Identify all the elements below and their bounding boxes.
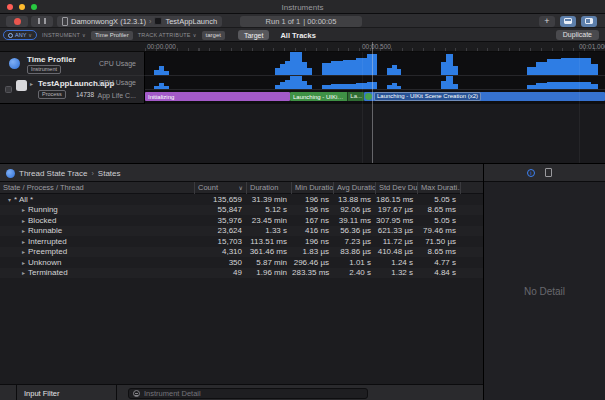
row-value: 186.15 ms — [376, 195, 418, 204]
row-value: 71.50 µs — [418, 237, 461, 246]
row-value: 5.87 min — [247, 258, 292, 267]
table-row[interactable]: ▸Blocked35,97623.45 min167 ns39.11 ms307… — [0, 215, 483, 226]
run-label: Run 1 of 1 — [266, 17, 301, 26]
splitter-handle[interactable] — [361, 168, 362, 169]
row-value: 92.06 µs — [334, 205, 376, 214]
cpu-bar — [322, 63, 331, 75]
all-tracks-label: All Tracks — [280, 31, 315, 40]
row-value: 23.45 min — [247, 216, 292, 225]
disclosure-closed-icon[interactable]: ▸ — [22, 217, 25, 224]
cpu-bar — [397, 69, 401, 75]
row-value: 8.65 ms — [418, 205, 461, 214]
run-time: | 00:00:05 — [303, 17, 336, 26]
column-header-max-duration[interactable]: Max Durati... — [418, 182, 461, 194]
info-inspector-icon[interactable]: i — [527, 169, 535, 177]
pause-button[interactable] — [31, 16, 53, 27]
cpu-bar — [453, 66, 458, 75]
lifecycle-span[interactable]: Initializing — [145, 92, 290, 101]
duplicate-button[interactable]: Duplicate — [556, 30, 599, 40]
cpu-bar — [164, 86, 169, 89]
table-row[interactable]: ▾* All *135,65931.39 min196 ns13.88 ms18… — [0, 194, 483, 205]
row-value: 8.65 ms — [418, 247, 461, 256]
table-row[interactable]: ▸Unknown3505.87 min296.46 µs1.01 s1.24 s… — [0, 257, 483, 268]
lane-life-cycle[interactable]: InitializingLaunching - UIKit Initial...… — [145, 90, 605, 104]
breadcrumb-current[interactable]: States — [98, 169, 121, 178]
column-header-count[interactable]: Count∨ — [195, 182, 247, 194]
disclosure-closed-icon[interactable]: ▸ — [22, 206, 25, 213]
gridline — [362, 52, 363, 163]
toggle-detail-pane-button[interactable] — [560, 16, 576, 27]
lifecycle-span-label: Initializing — [145, 94, 290, 100]
track-attribute-filter-dropdown[interactable]: TRACK ATTRIBUTE ∨ — [138, 32, 197, 38]
table-row[interactable]: ▸Running55,8475.12 s196 ns92.06 µs197.67… — [0, 205, 483, 216]
disclosure-closed-icon[interactable]: ▸ — [22, 259, 25, 266]
disclosure-closed-icon[interactable]: ▸ — [22, 238, 25, 245]
row-name: Runnable — [28, 226, 62, 235]
cpu-bar — [446, 54, 453, 75]
row-name-cell: ▸Preempted — [0, 247, 195, 256]
column-header-min-duration[interactable]: Min Duration — [292, 182, 334, 194]
lifecycle-span-label: Launching - UIKit Initial... — [290, 94, 347, 100]
pause-icon — [38, 18, 46, 24]
toggle-inspector-pane-button[interactable] — [581, 16, 597, 27]
lane-cpu-1[interactable] — [145, 52, 605, 76]
breadcrumb-root[interactable]: Thread State Trace — [19, 169, 87, 178]
inspector-tabs: i — [527, 168, 552, 177]
table-row[interactable]: ▸Terminated491.96 min283.35 ms2.40 s1.32… — [0, 268, 483, 279]
run-status[interactable]: Run 1 of 1 | 00:00:05 — [240, 16, 362, 27]
track-graph-area[interactable]: InitializingLaunching - UIKit Initial...… — [145, 52, 605, 104]
cpu-bar — [331, 61, 343, 75]
sort-indicator-icon: ∨ — [239, 182, 243, 194]
lifecycle-span[interactable]: Launching - UIKit Initial...La... — [290, 92, 364, 101]
extended-detail-icon[interactable] — [545, 168, 552, 177]
disclosure-closed-icon[interactable]: ▸ — [22, 248, 25, 255]
row-value: 621.33 µs — [376, 226, 418, 235]
target-app-icon — [154, 17, 162, 25]
disclosure-closed-icon[interactable]: ▸ — [30, 80, 33, 87]
row-value: 1.83 µs — [292, 247, 334, 256]
table-row[interactable]: ▸Preempted4,310361.46 ms1.83 µs83.86 µs4… — [0, 247, 483, 258]
column-header-std-dev[interactable]: Std Dev Du... — [376, 182, 418, 194]
disclosure-closed-icon[interactable]: ▸ — [22, 227, 25, 234]
add-instrument-button[interactable]: + — [539, 16, 555, 27]
lane-label-app-life-cycle: App Life C... — [97, 92, 136, 99]
lifecycle-span[interactable]: Launching - UIKit Scene Creation (x2) — [364, 92, 605, 101]
row-value: 361.46 ms — [247, 247, 292, 256]
row-value: 7.23 µs — [334, 237, 376, 246]
match-any-filter-pill[interactable]: ANY ∨ — [3, 30, 37, 40]
row-value: 13.88 ms — [334, 195, 376, 204]
filter-input[interactable] — [144, 389, 363, 398]
disclosure-open-icon[interactable]: ▾ — [8, 196, 11, 203]
cpu-bar — [527, 85, 536, 89]
timeline-ruler[interactable]: 00:00.00000:00.50000:01.000 — [145, 42, 605, 52]
lane-label-cpu-usage: CPU Usage — [99, 79, 136, 86]
column-header-state[interactable]: State / Process / Thread — [0, 182, 195, 194]
track-checkbox[interactable] — [5, 86, 12, 93]
column-header-duration[interactable]: Duration — [247, 182, 292, 194]
instrument-filter-token[interactable]: Time Profiler — [91, 31, 133, 40]
track-header-time-profiler[interactable]: Time Profiler Instrument CPU Usage — [0, 52, 145, 76]
lane-cpu-2[interactable] — [145, 76, 605, 90]
row-value: 79.46 ms — [418, 226, 461, 235]
breadcrumb: Thread State Trace › States — [6, 169, 121, 178]
row-value: 1.96 min — [247, 268, 292, 277]
row-value: 4,310 — [195, 247, 247, 256]
track-header-testapplaunch[interactable]: ▸ TestAppLaunch.app Process 14738 CPU Us… — [0, 76, 145, 104]
row-value: 1.32 s — [376, 268, 418, 277]
disclosure-closed-icon[interactable]: ▸ — [22, 269, 25, 276]
track-attribute-filter-token[interactable]: target — [202, 31, 225, 40]
column-header-avg-duration[interactable]: Avg Duration — [334, 182, 376, 194]
cpu-bar — [343, 84, 356, 89]
cpu-bar — [561, 82, 579, 89]
match-any-label: ANY — [15, 32, 26, 38]
ruler-corner — [0, 42, 145, 52]
table-row[interactable]: ▸Interrupted15,703113.51 ms196 ns7.23 µs… — [0, 236, 483, 247]
row-name: Blocked — [28, 216, 56, 225]
playhead-line[interactable] — [372, 42, 373, 163]
instrument-filter-dropdown[interactable]: INSTRUMENT ∨ — [42, 32, 86, 38]
instrument-detail-filter-field[interactable] — [128, 388, 368, 399]
table-row[interactable]: ▸Runnable23,6241.33 s416 ns56.36 µs621.3… — [0, 226, 483, 237]
record-button[interactable] — [6, 16, 28, 27]
target-scope-button[interactable]: Target — [238, 30, 269, 40]
target-device-selector[interactable]: DamonwongX (12.3.1) › TestAppLaunch — [57, 16, 222, 27]
